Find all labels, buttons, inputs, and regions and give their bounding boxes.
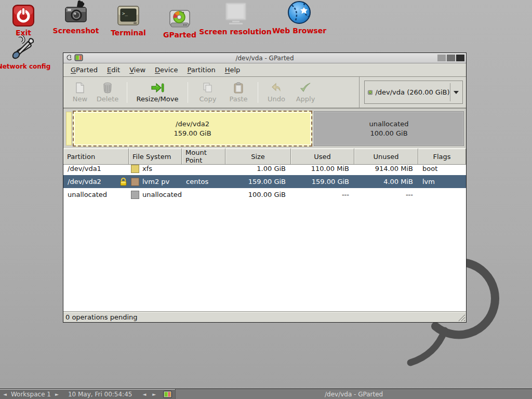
task-next-arrow[interactable]: ► <box>149 392 159 397</box>
copy-icon <box>202 82 214 94</box>
delete-button[interactable]: Delete <box>92 79 123 106</box>
cell-mount-point: centos <box>182 175 225 188</box>
cell-flags: lvm <box>418 175 466 188</box>
table-row-vda1[interactable]: /dev/vda1 xfs 1.00 GiB 110.00 MiB 914.00… <box>63 162 466 175</box>
toolbar: New Delete Resize/Move <box>63 77 466 108</box>
cell-mount-point <box>182 188 225 201</box>
terminal-icon: >_ <box>117 2 140 27</box>
toolbar-separator <box>258 82 258 103</box>
undo-label: Undo <box>268 95 285 103</box>
lock-icon <box>119 177 127 186</box>
resize-move-label: Resize/Move <box>137 95 179 103</box>
filesystem-color-swatch <box>131 165 139 173</box>
svg-text:>_: >_ <box>122 11 128 16</box>
camera-icon <box>62 0 89 25</box>
paste-icon <box>233 82 244 94</box>
visual-partition-vda2[interactable]: /dev/vda2 159.00 GiB <box>73 111 312 147</box>
visual-vda2-size: 159.00 GiB <box>174 129 211 138</box>
cell-size: 159.00 GiB <box>225 175 291 188</box>
taskbar: ◄ Workspace 1 ► 10 May, Fri 00:54:45 ◄ ►… <box>0 389 532 399</box>
device-selector[interactable]: /dev/vda (260.00 GiB) <box>364 81 463 104</box>
workspace-pager: ◄ Workspace 1 ► <box>0 391 62 398</box>
visual-partition-unallocated[interactable]: unallocated 100.00 GiB <box>314 111 464 146</box>
close-button[interactable] <box>456 55 464 61</box>
menu-partition[interactable]: Partition <box>183 64 220 75</box>
desktop-icon-label: Terminal <box>111 29 146 37</box>
menu-device[interactable]: Device <box>150 64 182 75</box>
resize-move-button[interactable]: Resize/Move <box>131 79 183 106</box>
desktop: Exit Screenshot >_ Term <box>0 0 532 399</box>
desktop-icon-network-config[interactable]: Network config <box>0 36 60 70</box>
statusbar: 0 operations pending <box>63 311 466 322</box>
globe-icon <box>287 0 312 25</box>
wm-menu-swirl-icon[interactable] <box>65 54 73 62</box>
menu-gparted[interactable]: GParted <box>66 64 102 75</box>
window-app-icon <box>74 54 83 62</box>
power-icon <box>12 2 35 27</box>
cell-size: 1.00 GiB <box>225 162 291 175</box>
partition-table: Partition File System Mount Point Size U… <box>63 149 466 311</box>
cell-size: 100.00 GiB <box>225 188 291 201</box>
taskbar-task-gparted[interactable]: /dev/vda - GParted <box>175 389 532 399</box>
cell-used: 159.00 GiB <box>291 175 354 188</box>
desktop-icon-label: Web Browser <box>272 26 326 35</box>
titlebar[interactable]: /dev/vda - GParted <box>63 53 466 63</box>
table-header: Partition File System Mount Point Size U… <box>63 149 466 162</box>
copy-button[interactable]: Copy <box>192 79 223 106</box>
cell-partition: /dev/vda1 <box>63 162 129 175</box>
menu-edit[interactable]: Edit <box>102 64 125 75</box>
visual-partition-vda1[interactable] <box>66 112 72 145</box>
toolbar-separator <box>127 82 127 103</box>
new-label: New <box>73 95 87 103</box>
apply-icon <box>299 82 312 94</box>
resize-grip[interactable] <box>457 313 466 322</box>
new-icon <box>74 82 86 94</box>
tools-icon <box>10 36 38 61</box>
window-title: /dev/vda - GParted <box>63 55 466 62</box>
taskbar-app-icon <box>163 391 172 398</box>
apply-label: Apply <box>296 95 315 103</box>
menu-help[interactable]: Help <box>220 64 245 75</box>
cell-flags <box>418 188 466 201</box>
cell-used: 110.00 MiB <box>291 162 354 175</box>
gparted-window: /dev/vda - GParted GParted Edit View Dev… <box>63 52 467 323</box>
workspace-prev-arrow[interactable]: ◄ <box>0 392 10 397</box>
visual-unallocated-label: unallocated <box>369 119 408 129</box>
menu-view[interactable]: View <box>125 64 150 75</box>
menubar: GParted Edit View Device Partition Help <box>63 63 466 77</box>
device-selector-value: /dev/vda (260.00 GiB) <box>375 88 449 96</box>
undo-button[interactable]: Undo <box>262 79 290 106</box>
task-button-label: /dev/vda - GParted <box>325 391 383 398</box>
paste-button[interactable]: Paste <box>223 79 254 106</box>
cell-partition: unallocated <box>63 188 129 201</box>
desktop-icon-label: GParted <box>163 31 196 39</box>
cell-flags: boot <box>418 162 466 175</box>
table-row-vda2[interactable]: /dev/vda2 lvm2 pv centos 159.00 GiB 159.… <box>63 175 466 188</box>
maximize-button[interactable] <box>447 55 455 61</box>
new-button[interactable]: New <box>68 79 92 106</box>
taskbar-clock: 10 May, Fri 00:54:45 <box>62 391 140 398</box>
minimize-button[interactable] <box>437 55 446 61</box>
apply-button[interactable]: Apply <box>290 79 321 106</box>
visual-unallocated-size: 100.00 GiB <box>370 129 407 138</box>
workspace-next-arrow[interactable]: ► <box>52 392 62 397</box>
cell-filesystem: unallocated <box>142 191 182 198</box>
toolbar-divider <box>359 77 360 108</box>
copy-label: Copy <box>200 95 217 103</box>
desktop-icon-screen-resolution[interactable]: Screen resolution <box>199 1 272 36</box>
table-row-unallocated[interactable]: unallocated unallocated 100.00 GiB --- -… <box>63 188 466 201</box>
cell-partition: /dev/vda2 <box>68 178 101 185</box>
chevron-down-icon <box>454 91 459 94</box>
desktop-icon-label: Network config <box>0 63 50 70</box>
delete-icon <box>102 82 113 94</box>
desktop-icon-label: Screen resolution <box>199 28 271 36</box>
cell-unused: --- <box>354 188 418 201</box>
desktop-icon-web-browser[interactable]: Web Browser <box>263 0 336 35</box>
delete-label: Delete <box>97 95 119 103</box>
task-prev-arrow[interactable]: ◄ <box>139 392 149 397</box>
visual-vda2-label: /dev/vda2 <box>176 119 209 129</box>
filesystem-color-swatch <box>131 191 139 199</box>
resize-move-icon <box>151 82 164 94</box>
cell-mount-point <box>182 162 225 175</box>
operations-pending-text: 0 operations pending <box>65 313 138 321</box>
